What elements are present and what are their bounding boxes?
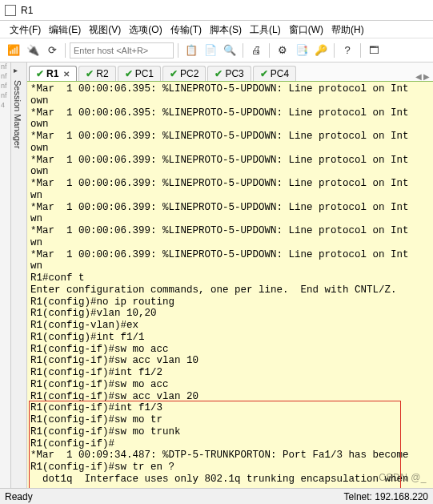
reconnect-icon[interactable]: ⟳	[43, 42, 61, 59]
tab-pc1[interactable]: ✔ PC1	[118, 66, 161, 81]
check-icon: ✔	[170, 68, 178, 79]
menubar: 文件(F) 编辑(E) 视图(V) 选项(O) 传输(T) 脚本(S) 工具(L…	[0, 21, 433, 38]
separator	[178, 43, 178, 58]
tab-label: PC1	[135, 68, 154, 79]
app-icon	[5, 5, 16, 16]
host-input[interactable]	[70, 42, 174, 58]
find-icon[interactable]: 🔍	[221, 42, 239, 59]
separator	[269, 43, 270, 58]
new-window-icon[interactable]: 🗔	[365, 42, 383, 59]
menu-transfer[interactable]: 传输(T)	[167, 22, 205, 36]
separator	[360, 43, 361, 58]
terminal[interactable]: *Mar 1 00:00:06.395: %LINEPROTO-5-UPDOWN…	[27, 82, 433, 488]
tab-pc4[interactable]: ✔ PC4	[253, 66, 296, 81]
log-icon[interactable]: 📑	[293, 42, 311, 59]
menu-script[interactable]: 脚本(S)	[206, 22, 245, 36]
check-icon: ✔	[125, 68, 133, 79]
watermark: CSDN @_	[379, 472, 427, 483]
disconnect-icon[interactable]: 🔌	[24, 42, 42, 59]
check-icon: ✔	[36, 68, 44, 79]
tab-left-icon[interactable]: ◀	[415, 72, 422, 81]
main-stage: ✔ R1 ✕ ✔ R2 ✔ PC1 ✔ PC2 ✔ PC3 ✔ PC	[27, 62, 433, 488]
tab-label: PC3	[225, 68, 243, 79]
toolbar: 📶 🔌 ⟳ 📋 📄 🔍 🖨 ⚙ 📑 🔑 ? 🗔	[0, 38, 433, 62]
print-icon[interactable]: 🖨	[247, 42, 265, 59]
status-right: Telnet: 192.168.220	[344, 491, 428, 502]
gutter-line: nf	[0, 62, 10, 72]
check-icon: ✔	[86, 68, 94, 79]
paste-icon[interactable]: 📄	[202, 42, 219, 59]
tab-r1[interactable]: ✔ R1 ✕	[29, 66, 77, 81]
gutter-line: nf	[0, 91, 10, 101]
separator	[65, 43, 66, 58]
close-icon[interactable]: ✕	[63, 70, 70, 79]
menu-options[interactable]: 选项(O)	[126, 22, 165, 36]
key-icon[interactable]: 🔑	[312, 42, 330, 59]
check-icon: ✔	[260, 68, 268, 79]
gutter-line: nf	[0, 72, 10, 82]
left-gutter: nf nf nf nf 4	[0, 62, 11, 488]
menu-view[interactable]: 视图(V)	[86, 22, 124, 36]
menu-help[interactable]: 帮助(H)	[328, 22, 367, 36]
titlebar: R1	[0, 0, 433, 21]
separator	[334, 43, 335, 58]
menu-window[interactable]: 窗口(W)	[286, 22, 327, 36]
tab-right-icon[interactable]: ▶	[423, 72, 430, 81]
separator	[243, 43, 243, 58]
menu-tools[interactable]: 工具(L)	[247, 22, 284, 36]
gutter-line: 4	[0, 101, 10, 111]
sidebar[interactable]: ▸ Session Manager	[11, 62, 27, 488]
status-left: Ready	[5, 491, 33, 502]
gutter-line: nf	[0, 82, 10, 91]
settings-icon[interactable]: ⚙	[274, 42, 291, 59]
copy-icon[interactable]: 📋	[182, 42, 200, 59]
workarea: nf nf nf nf 4 ▸ Session Manager ✔ R1 ✕ ✔…	[0, 62, 433, 488]
window-title: R1	[21, 5, 33, 16]
tabbar: ✔ R1 ✕ ✔ R2 ✔ PC1 ✔ PC2 ✔ PC3 ✔ PC	[27, 62, 433, 82]
tab-pc3[interactable]: ✔ PC3	[207, 66, 251, 81]
menu-edit[interactable]: 编辑(E)	[46, 22, 84, 36]
tab-r2[interactable]: ✔ R2	[78, 66, 115, 81]
sidebar-label: Session Manager	[13, 80, 22, 149]
statusbar: Ready Telnet: 192.168.220	[0, 488, 433, 504]
tab-label: R1	[46, 68, 58, 79]
highlight-box	[29, 401, 401, 488]
menu-file[interactable]: 文件(F)	[6, 22, 44, 36]
tab-nav-arrows: ◀ ▶	[415, 72, 433, 81]
tab-label: PC4	[271, 68, 289, 79]
sidebar-toggle-icon[interactable]: ▸	[14, 66, 18, 75]
connect-icon[interactable]: 📶	[5, 42, 22, 59]
help-icon[interactable]: ?	[339, 42, 356, 59]
tab-label: R2	[96, 68, 108, 79]
check-icon: ✔	[214, 68, 223, 79]
tab-pc2[interactable]: ✔ PC2	[162, 66, 206, 81]
tab-label: PC2	[180, 68, 198, 79]
